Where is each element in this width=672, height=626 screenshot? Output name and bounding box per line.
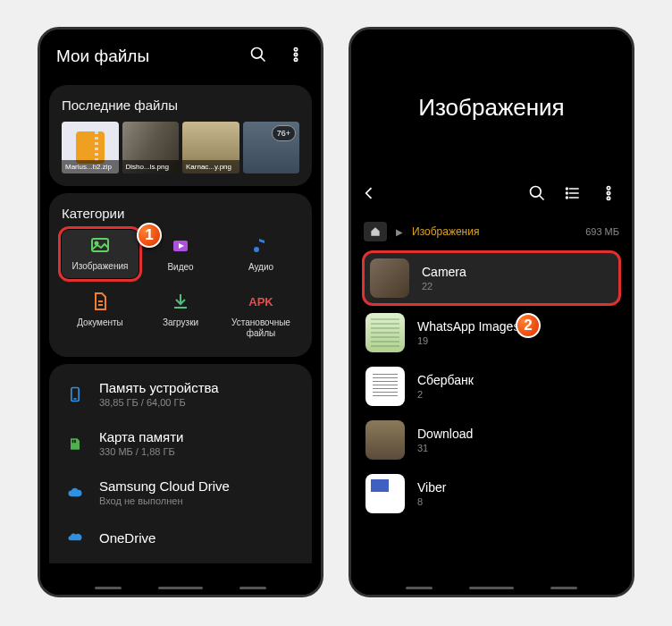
folder-whatsapp[interactable]: WhatsApp Images 19 <box>360 306 623 360</box>
folder-name: WhatsApp Images <box>417 319 519 334</box>
category-label: Установочные файлы <box>224 317 298 339</box>
storage-list: Память устройства 38,85 ГБ / 64,00 ГБ Ка… <box>49 364 312 563</box>
back-icon[interactable] <box>360 184 378 206</box>
audio-icon <box>250 235 272 257</box>
folder-info: Сбербанк 2 <box>417 373 474 400</box>
storage-text: Память устройства 38,85 ГБ / 64,00 ГБ <box>99 380 219 408</box>
download-icon <box>170 291 191 312</box>
storage-sdcard[interactable]: Карта памяти 330 МБ / 1,88 ГБ <box>49 419 312 468</box>
nav-home[interactable] <box>158 587 203 589</box>
more-count-badge: 76+ <box>272 125 296 141</box>
folder-info: WhatsApp Images 19 <box>417 319 519 346</box>
zip-file-icon <box>76 131 105 164</box>
nav-back[interactable] <box>239 587 266 589</box>
category-label: Видео <box>167 262 193 273</box>
onedrive-icon <box>63 528 87 547</box>
folder-count: 22 <box>422 281 466 292</box>
recent-thumb[interactable]: 76+ <box>243 122 300 173</box>
phone-storage-icon <box>63 385 87 404</box>
storage-text: OneDrive <box>99 530 155 546</box>
android-nav-bar <box>40 585 321 591</box>
svg-point-3 <box>294 53 297 55</box>
svg-rect-13 <box>74 439 76 442</box>
thumb-label: Marius...b2.zip <box>62 160 119 173</box>
recent-thumb[interactable]: Karnac...y.png <box>182 122 239 173</box>
svg-point-23 <box>607 191 609 194</box>
category-downloads[interactable]: Загрузки <box>142 285 219 344</box>
breadcrumb-current[interactable]: Изображения <box>412 225 479 238</box>
storage-onedrive[interactable]: OneDrive <box>49 517 312 558</box>
recent-files-title: Последние файлы <box>62 97 299 113</box>
folder-thumb <box>365 420 405 460</box>
folder-sberbank[interactable]: Сбербанк 2 <box>360 360 623 413</box>
storage-name: Память устройства <box>99 380 219 395</box>
category-apk[interactable]: APK Установочные файлы <box>223 285 299 344</box>
video-icon <box>170 235 191 257</box>
svg-point-2 <box>294 48 297 51</box>
svg-point-0 <box>252 48 263 59</box>
categories-card: Категории Изображения Видео <box>49 193 312 357</box>
folder-camera[interactable]: Camera 22 <box>362 250 621 306</box>
category-label: Загрузки <box>163 317 198 328</box>
folder-list: Camera 22 WhatsApp Images 19 Сбербанк 2 <box>351 250 632 520</box>
annotation-badge-2: 2 <box>516 313 541 338</box>
storage-samsung-cloud[interactable]: Samsung Cloud Drive Вход не выполнен <box>49 468 312 517</box>
folder-count: 2 <box>417 389 474 400</box>
folder-count: 19 <box>417 335 519 346</box>
folder-name: Camera <box>422 265 466 279</box>
category-documents[interactable]: Документы <box>62 285 139 344</box>
breadcrumb: ▶ Изображения 693 МБ <box>351 213 632 250</box>
thumb-label: Disho...ls.png <box>122 160 180 173</box>
category-label: Аудио <box>248 262 273 273</box>
recent-thumb[interactable]: Marius...b2.zip <box>62 122 119 173</box>
nav-recent[interactable] <box>406 587 433 589</box>
nav-recent[interactable] <box>95 587 122 589</box>
folder-info: Camera 22 <box>422 265 466 292</box>
folder-viber[interactable]: Viber 8 <box>360 467 623 520</box>
list-view-icon[interactable] <box>564 184 582 206</box>
storage-sub: Вход не выполнен <box>99 495 230 506</box>
svg-point-24 <box>607 197 609 199</box>
header-actions <box>249 46 305 67</box>
folder-download[interactable]: Download 31 <box>360 413 623 467</box>
chevron-right-icon: ▶ <box>396 227 403 237</box>
storage-text: Samsung Cloud Drive Вход не выполнен <box>99 478 230 506</box>
svg-point-20 <box>567 192 568 194</box>
page-title: Изображения <box>351 30 632 181</box>
phone-left: Мои файлы Последние файлы Marius...b2.zi… <box>38 27 323 597</box>
sdcard-icon <box>63 434 87 453</box>
category-label: Изображения <box>72 261 129 272</box>
svg-point-19 <box>567 188 568 190</box>
folder-name: Download <box>417 427 473 441</box>
more-icon[interactable] <box>600 184 617 206</box>
recent-files-card: Последние файлы Marius...b2.zip Disho...… <box>49 85 312 186</box>
svg-rect-12 <box>72 439 74 442</box>
category-label: Документы <box>77 317 123 328</box>
folder-info: Download 31 <box>417 427 473 453</box>
category-images[interactable]: Изображения <box>58 226 142 282</box>
storage-name: Samsung Cloud Drive <box>99 478 230 494</box>
document-icon <box>89 291 111 312</box>
folder-count: 8 <box>417 496 446 507</box>
category-audio[interactable]: Аудио <box>223 230 299 278</box>
toolbar <box>351 181 632 213</box>
nav-back[interactable] <box>550 587 577 589</box>
phone-right: Изображения ▶ Изображени <box>349 27 634 597</box>
apk-icon: APK <box>250 291 272 312</box>
breadcrumb-home[interactable] <box>364 222 387 241</box>
svg-point-21 <box>567 197 568 199</box>
storage-sub: 330 МБ / 1,88 ГБ <box>99 446 183 457</box>
nav-home[interactable] <box>469 587 514 589</box>
folder-name: Viber <box>417 480 446 495</box>
categories-grid: Изображения Видео Аудио <box>62 230 299 344</box>
search-icon[interactable] <box>249 46 267 67</box>
search-icon[interactable] <box>528 184 546 206</box>
toolbar-actions <box>528 184 617 206</box>
folder-thumb <box>370 258 409 298</box>
recent-thumb[interactable]: Disho...ls.png <box>122 122 180 173</box>
apk-text: APK <box>248 295 273 309</box>
more-icon[interactable] <box>287 46 305 67</box>
svg-point-14 <box>531 187 542 198</box>
storage-device[interactable]: Память устройства 38,85 ГБ / 64,00 ГБ <box>49 369 312 419</box>
recent-thumbs: Marius...b2.zip Disho...ls.png Karnac...… <box>62 122 299 173</box>
